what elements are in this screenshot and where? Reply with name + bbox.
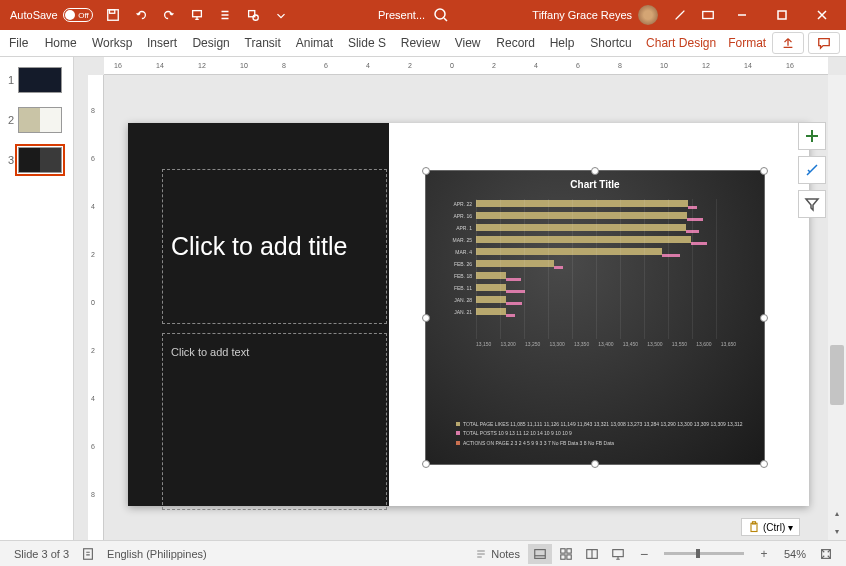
resize-handle[interactable] [422,314,430,322]
scroll-up-icon[interactable]: ▴ [828,504,846,522]
slide-sorter-button[interactable] [554,544,578,564]
title-placeholder[interactable]: Click to add title [162,169,387,324]
close-button[interactable] [802,1,842,29]
minimize-button[interactable] [722,1,762,29]
slide[interactable]: Click to add title Click to add text Cha… [128,123,809,506]
document-title: Present... [378,9,425,21]
tab-view[interactable]: View [446,30,488,57]
tab-chart-design[interactable]: Chart Design [637,30,719,57]
autosave-toggle[interactable]: AutoSave Off [4,8,99,22]
language-button[interactable]: English (Philippines) [101,548,213,560]
svg-rect-1 [109,10,114,14]
legend-swatch [456,431,460,435]
chart-xaxis: 13,15013,20013,25013,30013,35013,40013,4… [476,341,736,347]
svg-rect-15 [567,554,571,558]
legend-swatch [456,441,460,445]
avatar [638,5,658,25]
thumb-num: 2 [4,114,14,126]
legend-swatch [456,422,460,426]
horizontal-ruler[interactable]: 1614121086420246810121416 [104,57,828,75]
resize-handle[interactable] [760,460,768,468]
text-placeholder[interactable]: Click to add text [162,333,387,510]
undo-icon[interactable] [127,1,155,29]
tab-home[interactable]: Home [36,30,83,57]
slide-counter[interactable]: Slide 3 of 3 [8,548,75,560]
chart-filters-button[interactable] [798,190,826,218]
ctrl-label: (Ctrl) ▾ [763,522,793,533]
legend-text: ACTIONS ON PAGE 2 3 2 4 5 9 9 3 3 7 No F… [463,440,614,448]
tab-animations[interactable]: Animat [287,30,339,57]
text-placeholder-text: Click to add text [171,346,249,358]
slideshow-button[interactable] [606,544,630,564]
chart-elements-button[interactable] [798,122,826,150]
resize-handle[interactable] [422,460,430,468]
svg-rect-7 [778,11,786,19]
resize-handle[interactable] [422,167,430,175]
slide-thumbnail-1[interactable] [18,67,62,93]
tab-file[interactable]: File [0,30,36,57]
scrollbar-thumb[interactable] [830,345,844,405]
svg-rect-13 [567,548,571,552]
search-icon[interactable] [433,7,449,23]
tab-review[interactable]: Review [392,30,446,57]
list-icon[interactable] [211,1,239,29]
normal-view-button[interactable] [528,544,552,564]
tab-shortcut[interactable]: Shortcu [581,30,637,57]
canvas[interactable]: Click to add title Click to add text Cha… [104,75,828,540]
svg-rect-14 [561,554,565,558]
tab-format[interactable]: Format [719,30,772,57]
tab-help[interactable]: Help [541,30,582,57]
display-icon[interactable] [694,1,722,29]
user-account[interactable]: Tiffany Grace Reyes [532,5,658,25]
svg-rect-11 [535,549,546,558]
zoom-in-button[interactable]: + [752,544,776,564]
redo-icon[interactable] [155,1,183,29]
ribbon-tabs: File Home Worksp Insert Design Transit A… [0,30,846,57]
reading-view-button[interactable] [580,544,604,564]
chart-object[interactable]: Chart Title APR. 22APR. 16APR. 1MAR. 25M… [425,170,765,465]
svg-rect-6 [703,12,714,19]
shape-icon[interactable] [239,1,267,29]
tab-insert[interactable]: Insert [138,30,183,57]
autosave-label: AutoSave [10,9,58,21]
resize-handle[interactable] [591,167,599,175]
title-placeholder-text: Click to add title [171,232,347,261]
toggle-switch[interactable]: Off [63,8,93,22]
tab-transitions[interactable]: Transit [236,30,287,57]
zoom-out-button[interactable]: − [632,544,656,564]
zoom-level[interactable]: 54% [778,548,812,560]
clipboard-icon [748,521,760,533]
tab-workspace[interactable]: Worksp [83,30,138,57]
resize-handle[interactable] [591,460,599,468]
save-icon[interactable] [99,1,127,29]
tab-slideshow[interactable]: Slide S [339,30,392,57]
legend-text: TOTAL PAGE LIKES 11,085 11,111 11,126 11… [463,421,743,429]
brush-icon[interactable] [666,1,694,29]
comments-button[interactable] [808,32,840,54]
accessibility-icon[interactable] [75,547,101,561]
maximize-button[interactable] [762,1,802,29]
slide-thumbnail-3[interactable] [18,147,62,173]
zoom-slider[interactable] [664,552,744,555]
workspace: 1 2 3 1614121086420246810121416 86420246… [0,57,846,540]
tab-design[interactable]: Design [183,30,235,57]
svg-rect-10 [84,548,93,559]
notes-button[interactable]: Notes [469,548,526,560]
vertical-ruler[interactable]: 864202468 [88,75,104,540]
scroll-down-icon[interactable]: ▾ [828,522,846,540]
slide-thumbnail-2[interactable] [18,107,62,133]
tab-recording[interactable]: Record [487,30,540,57]
vertical-scrollbar[interactable]: ▴ ▾ [828,75,846,540]
fit-window-button[interactable] [814,544,838,564]
statusbar: Slide 3 of 3 English (Philippines) Notes… [0,540,846,566]
more-icon[interactable] [267,1,295,29]
from-beginning-icon[interactable] [183,1,211,29]
paste-options-popup[interactable]: (Ctrl) ▾ [741,518,800,536]
svg-rect-2 [192,11,201,17]
chart-side-tools [798,122,828,218]
share-button[interactable] [772,32,804,54]
resize-handle[interactable] [760,314,768,322]
thumb-num: 3 [4,154,14,166]
resize-handle[interactable] [760,167,768,175]
chart-styles-button[interactable] [798,156,826,184]
